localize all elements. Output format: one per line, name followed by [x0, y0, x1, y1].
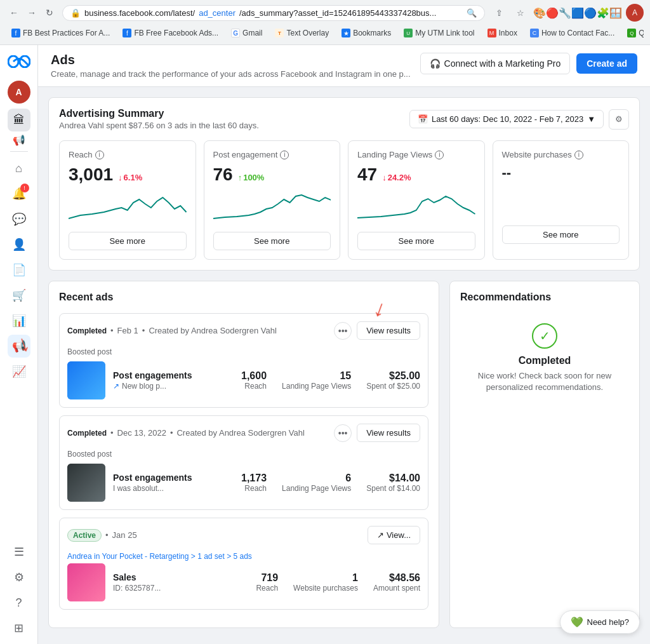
share-button[interactable]: ⇧: [490, 4, 508, 22]
ad-2-more-button[interactable]: •••: [334, 424, 352, 442]
profile-button[interactable]: A: [626, 4, 644, 22]
ad-1-metrics: 1,600 Reach 15 Landing Page Views $25.00…: [241, 370, 420, 391]
ad-1-subtitle: ↗ New blog p...: [113, 382, 234, 391]
need-help-button[interactable]: 💚 Need help?: [560, 610, 640, 634]
sidebar-home-btn[interactable]: ⌂: [8, 157, 30, 180]
bookmark-label-2: FB Free Facebook Ads...: [134, 29, 218, 37]
ad-1-info: Post engagements ↗ New blog p...: [113, 370, 234, 391]
refresh-button[interactable]: ↻: [42, 5, 57, 20]
sidebar-content-btn[interactable]: 📄: [8, 258, 30, 281]
lock-icon: 🔒: [70, 8, 81, 18]
forward-button[interactable]: →: [24, 5, 39, 20]
gmail-favicon: G: [231, 29, 240, 37]
ad-1-dot-2: •: [142, 326, 145, 335]
page-icon[interactable]: 🏛: [8, 109, 30, 131]
ad-3-actions: ↗ View...: [368, 526, 420, 544]
post-engagement-see-more-button[interactable]: See more: [213, 232, 331, 250]
summary-subtitle: Andrea Vahl spent $87.56 on 3 ads in the…: [59, 121, 259, 130]
utm-favicon: U: [404, 29, 413, 37]
sidebar-help-btn[interactable]: ?: [8, 591, 30, 614]
sidebar-ads-btn[interactable]: 📢: [8, 335, 30, 358]
date-range-picker[interactable]: 📅 Last 60 days: Dec 10, 2022 - Feb 7, 20…: [409, 110, 604, 128]
bookmark-qb[interactable]: Q QuickBooks Online...: [622, 27, 644, 39]
bottom-section: Recent ads Completed • Feb 1 • Created b…: [48, 281, 640, 628]
sidebar-notifications-btn[interactable]: 🔔 !: [8, 182, 30, 205]
ad-2-thumbnail: [67, 464, 105, 502]
bookmark-utm[interactable]: U My UTM Link tool: [399, 27, 479, 39]
sidebar-settings-btn[interactable]: ⚙: [8, 566, 30, 589]
ad-3-spend-value: $48.56: [373, 572, 420, 584]
bookmark-gmail[interactable]: G Gmail: [226, 27, 267, 39]
reach-value: 3,001 ↓ 6.1%: [69, 164, 187, 185]
connect-marketing-pro-button[interactable]: 🎧 Connect with a Marketing Pro: [420, 53, 571, 74]
lpv-see-more-button[interactable]: See more: [357, 232, 475, 250]
ad-2-view-results-button[interactable]: View results: [357, 424, 420, 442]
browser-actions: ⇧ ☆ 🎨🔴🔧🟦🔵🧩🪟 A: [490, 4, 644, 22]
page-header: Ads Create, manage and track the perform…: [38, 45, 650, 87]
bookmark-fb-free[interactable]: f FB Free Facebook Ads...: [117, 27, 223, 39]
ad-1-details: Post engagements ↗ New blog p... 1,600 R…: [67, 361, 420, 399]
ad-2-boosted-label: Boosted post: [67, 450, 420, 459]
ad-2-lpv-label: Landing Page Views: [282, 484, 351, 493]
sidebar-people-btn[interactable]: 👤: [8, 233, 30, 256]
ad-3-view-button[interactable]: ↗ View...: [368, 526, 420, 544]
ad-2-status-row: Completed • Dec 13, 2022 • Created by An…: [67, 427, 305, 439]
post-engagement-label: Post engagement i: [213, 150, 331, 159]
sidebar-analytics-btn[interactable]: 📊: [8, 309, 30, 332]
ad-item-1: Completed • Feb 1 • Created by Andrea So…: [59, 313, 428, 408]
ad-2-reach-value: 1,173: [241, 473, 267, 484]
ad-1-view-results-button[interactable]: View results: [357, 321, 420, 340]
ad-3-status-row: Active • Jan 25: [67, 529, 137, 542]
wp-see-more-button[interactable]: See more: [502, 225, 620, 244]
create-ad-button[interactable]: Create ad: [576, 53, 637, 74]
reach-sparkline: [69, 190, 187, 222]
bookmark-bookmarks[interactable]: ★ Bookmarks: [336, 27, 396, 39]
back-button[interactable]: ←: [6, 5, 22, 20]
recommendations-card: Recommendations ✓ Completed Nice work! C…: [449, 281, 640, 628]
ad-3-breadcrumb-link[interactable]: Andrea in Your Pocket - Retargeting > 1 …: [67, 552, 252, 561]
sidebar-collapse-btn[interactable]: ⊞: [8, 617, 30, 640]
ad-item-3: Active • Jan 25 ↗ View...: [59, 518, 428, 610]
lpv-change: ↓ 24.2%: [382, 173, 411, 182]
bookmark-label-4: Text Overlay: [286, 29, 329, 37]
ad-2-spend: $14.00 Spent of $14.00: [366, 473, 420, 493]
bookmark-text-overlay[interactable]: T Text Overlay: [270, 27, 334, 39]
up-arrow-icon: ↑: [238, 173, 242, 182]
reach-see-more-button[interactable]: See more: [69, 232, 187, 250]
post-engagement-info-icon[interactable]: i: [280, 151, 289, 159]
lpv-sparkline: [357, 190, 475, 222]
ad-item-3-header: Active • Jan 25 ↗ View...: [67, 526, 420, 544]
browser-chrome: ← → ↻ 🔒 business.facebook.com/latest/ad_…: [0, 0, 650, 45]
url-highlight: ad_center: [199, 8, 235, 18]
bookmark-inbox[interactable]: M Inbox: [482, 27, 522, 39]
bm-favicon: ★: [342, 29, 350, 37]
address-bar[interactable]: 🔒 business.facebook.com/latest/ad_center…: [62, 5, 485, 21]
header-left: Ads Create, manage and track the perform…: [51, 53, 411, 86]
sidebar-menu-btn[interactable]: ☰: [8, 540, 30, 563]
share-icon: ↗: [113, 382, 119, 391]
bookmark-fb-best[interactable]: f FB Best Practices For A...: [6, 27, 115, 39]
ad-1-more-button[interactable]: •••: [334, 322, 352, 340]
summary-title-group: Advertising Summary Andrea Vahl spent $8…: [59, 108, 259, 130]
landing-page-views-label: Landing Page Views i: [357, 150, 475, 159]
post-engagement-metric-card: Post engagement i 76 ↑ 100%: [204, 140, 341, 260]
text-favicon: T: [275, 29, 284, 37]
lpv-info-icon[interactable]: i: [435, 151, 444, 159]
ad-2-dot: •: [110, 428, 114, 438]
ad-2-lpv-value: 6: [282, 473, 351, 484]
bookmark-button[interactable]: ☆: [512, 4, 529, 22]
bookmark-label-9: QuickBooks Online...: [639, 29, 644, 37]
bookmark-label-6: My UTM Link tool: [415, 29, 474, 37]
wp-info-icon[interactable]: i: [574, 151, 583, 159]
reach-info-icon[interactable]: i: [95, 151, 104, 159]
filter-button[interactable]: ⚙: [609, 109, 629, 130]
sidebar-shop-btn[interactable]: 🛒: [8, 284, 30, 307]
bookmark-contact[interactable]: C How to Contact Fac...: [525, 27, 620, 39]
ad-item-1-header: Completed • Feb 1 • Created by Andrea So…: [67, 321, 420, 340]
lpv-chart: [357, 190, 475, 222]
bookmark-label-5: Bookmarks: [353, 29, 391, 37]
bookmark-label-3: Gmail: [242, 29, 262, 37]
sidebar-insights-btn[interactable]: 📈: [8, 360, 30, 383]
user-avatar[interactable]: A: [8, 81, 30, 104]
sidebar-messages-btn[interactable]: 💬: [8, 208, 30, 231]
